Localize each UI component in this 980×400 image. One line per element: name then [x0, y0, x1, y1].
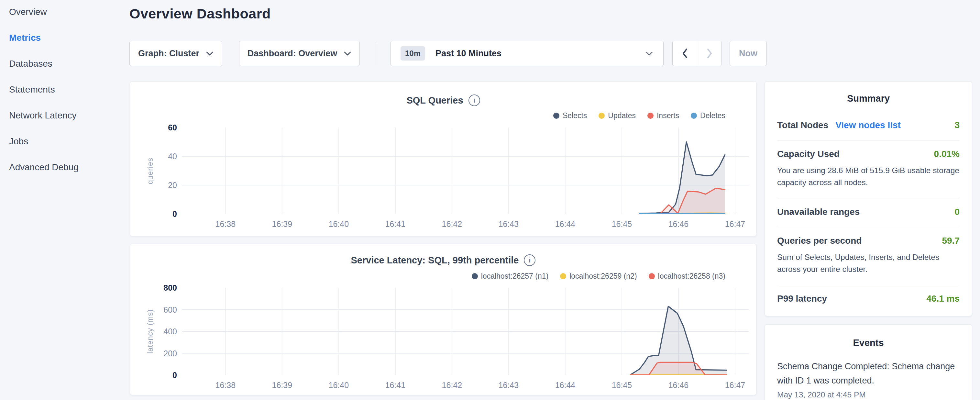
- x-tick-label: 16:47: [714, 219, 756, 229]
- chevron-right-icon: [706, 48, 713, 59]
- info-icon[interactable]: i: [468, 94, 480, 106]
- sidebar-item-jobs[interactable]: Jobs: [9, 137, 126, 146]
- sidebar-item-metrics[interactable]: Metrics: [9, 33, 126, 43]
- chart-title: Service Latency: SQL, 99th percentile: [351, 255, 519, 266]
- legend-label: localhost:26258 (n3): [658, 272, 725, 280]
- events-title: Events: [777, 338, 959, 348]
- summary-row-description: You are using 28.6 MiB of 515.9 GiB usab…: [777, 164, 959, 188]
- summary-row-value: 3: [955, 120, 959, 131]
- chevron-left-icon: [681, 48, 689, 59]
- legend-label: Selects: [563, 112, 587, 120]
- x-tick-label: 16:38: [204, 380, 247, 390]
- x-tick-label: 16:45: [601, 380, 643, 390]
- summary-row-value: 46.1 ms: [926, 293, 959, 304]
- x-tick-label: 16:44: [544, 219, 586, 229]
- chevron-down-icon: [645, 51, 654, 56]
- x-tick-label: 16:41: [374, 219, 417, 229]
- x-tick-label: 16:45: [601, 219, 643, 229]
- legend-dot-icon: [560, 273, 566, 279]
- legend-item: localhost:26259 (n2): [560, 272, 637, 280]
- legend-item: localhost:26258 (n3): [649, 272, 725, 280]
- time-range-badge: 10m: [401, 46, 425, 61]
- summary-row-value: 0.01%: [934, 149, 959, 159]
- y-tick-label: 800: [142, 282, 177, 293]
- graph-dropdown[interactable]: Graph: Cluster: [129, 41, 222, 66]
- chart-plot[interactable]: [182, 127, 749, 214]
- summary-row-description: Sum of Selects, Updates, Inserts, and De…: [777, 251, 959, 275]
- summary-row-label: Capacity Used: [777, 149, 840, 159]
- y-tick-label: 600: [142, 304, 177, 315]
- x-tick-label: 16:38: [204, 219, 247, 229]
- legend-dot-icon: [648, 113, 654, 119]
- summary-row-value: 0: [955, 207, 959, 217]
- now-button[interactable]: Now: [730, 41, 767, 66]
- summary-row: Capacity Used0.01%You are using 28.6 MiB…: [777, 140, 959, 198]
- x-tick-label: 16:42: [431, 380, 473, 390]
- divider: [375, 42, 376, 65]
- x-tick-label: 16:43: [488, 380, 530, 390]
- legend-item: Deletes: [691, 112, 725, 120]
- time-range-dropdown[interactable]: 10m Past 10 Minutes: [390, 41, 663, 66]
- x-tick-label: 16:39: [261, 219, 303, 229]
- time-back-button[interactable]: [673, 41, 697, 66]
- y-tick-label: 40: [142, 151, 177, 161]
- y-tick-label: 20: [142, 180, 177, 190]
- x-tick-label: 16:42: [431, 219, 473, 229]
- page-title: Overview Dashboard: [129, 6, 271, 22]
- y-tick-label: 200: [142, 348, 177, 359]
- sql-queries-chart-card: SQL Queries i SelectsUpdatesInsertsDelet…: [130, 81, 757, 236]
- summary-row: P99 latency46.1 ms: [777, 285, 959, 314]
- sidebar-item-network-latency[interactable]: Network Latency: [9, 111, 126, 120]
- y-tick-label: 0: [142, 209, 177, 219]
- chart-legend: SelectsUpdatesInsertsDeletes: [553, 112, 725, 120]
- x-tick-label: 16:44: [544, 380, 586, 390]
- chart-title-row: SQL Queries i: [130, 94, 756, 106]
- time-forward-button[interactable]: [697, 41, 721, 66]
- chevron-down-icon: [344, 51, 352, 56]
- sidebar-item-statements[interactable]: Statements: [9, 85, 126, 94]
- view-nodes-link[interactable]: View nodes list: [835, 120, 901, 131]
- chart-title: SQL Queries: [406, 95, 463, 106]
- summary-row-value: 59.7: [942, 236, 960, 246]
- x-tick-label: 16:46: [657, 380, 700, 390]
- summary-title: Summary: [777, 93, 959, 104]
- summary-row: Unavailable ranges0: [777, 198, 959, 227]
- chart-title-row: Service Latency: SQL, 99th percentile i: [130, 254, 756, 266]
- service-latency-chart-card: Service Latency: SQL, 99th percentile i …: [130, 244, 757, 395]
- legend-label: Inserts: [657, 112, 679, 120]
- legend-label: Updates: [608, 112, 636, 120]
- legend-item: Selects: [553, 112, 587, 120]
- x-tick-label: 16:39: [261, 380, 303, 390]
- x-tick-label: 16:41: [374, 380, 417, 390]
- legend-dot-icon: [553, 113, 559, 119]
- dashboard-dropdown[interactable]: Dashboard: Overview: [239, 41, 360, 66]
- info-icon[interactable]: i: [524, 254, 535, 266]
- summary-row: Total NodesView nodes list3: [777, 112, 959, 140]
- summary-panel: Summary Total NodesView nodes list3Capac…: [765, 81, 972, 316]
- summary-row-label: Total Nodes: [777, 120, 828, 131]
- summary-row-label: P99 latency: [777, 293, 827, 304]
- sidebar-item-advanced-debug[interactable]: Advanced Debug: [9, 163, 126, 172]
- sidebar: OverviewMetricsDatabasesStatementsNetwor…: [9, 7, 126, 188]
- x-tick-label: 16:40: [318, 219, 360, 229]
- legend-item: localhost:26257 (n1): [472, 272, 549, 280]
- chevron-down-icon: [206, 51, 213, 56]
- time-range-label: Past 10 Minutes: [436, 49, 501, 59]
- summary-row: Queries per second59.7Sum of Selects, Up…: [777, 227, 959, 285]
- dashboard-dropdown-label: Dashboard: Overview: [248, 49, 337, 59]
- legend-item: Updates: [598, 112, 636, 120]
- event-item[interactable]: Schema Change Completed: Schema change w…: [777, 359, 959, 399]
- chart-legend: localhost:26257 (n1)localhost:26259 (n2)…: [472, 272, 725, 280]
- legend-label: localhost:26259 (n2): [570, 272, 637, 280]
- y-tick-label: 60: [142, 122, 177, 133]
- event-timestamp: May 13, 2020 at 4:45 PM: [777, 390, 959, 399]
- legend-label: Deletes: [700, 112, 725, 120]
- sidebar-item-overview[interactable]: Overview: [9, 7, 126, 17]
- sidebar-item-databases[interactable]: Databases: [9, 59, 126, 69]
- legend-dot-icon: [598, 113, 605, 119]
- controls-row: Graph: Cluster Dashboard: Overview 10m P…: [129, 41, 767, 66]
- x-tick-label: 16:43: [488, 219, 530, 229]
- y-tick-label: 400: [142, 326, 177, 336]
- chart-plot[interactable]: [182, 288, 749, 375]
- summary-row-label: Queries per second: [777, 236, 862, 246]
